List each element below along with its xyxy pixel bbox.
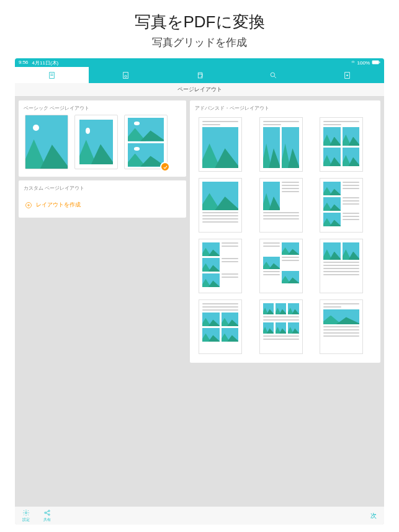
battery-icon [372,60,380,66]
svg-point-18 [48,510,50,512]
marketing-title: 写真をPDFに変換 [0,11,399,33]
adv-layout-5[interactable] [259,178,303,233]
settings-label: 設定 [22,517,30,523]
status-time: 9:56 [19,60,29,66]
wifi-icon [351,60,356,66]
content-area: ベーシック ページレイアウト カスタム ページレイアウト レイアウトを作成 アド… [15,97,384,506]
adv-layout-9[interactable] [320,239,363,293]
custom-layouts-panel: カスタム ページレイアウト レイアウトを作成 [19,180,186,218]
custom-title: カスタム ページレイアウト [19,180,186,195]
status-bar: 9:56 4月11日(木) 100% [15,58,384,67]
adv-layout-1[interactable] [199,117,242,172]
basic-layout-2[interactable] [74,115,118,169]
svg-point-19 [48,513,50,515]
share-button[interactable]: 共有 [43,509,51,523]
svg-point-8 [271,73,275,77]
svg-line-9 [274,76,276,78]
create-layout-label: レイアウトを作成 [36,201,81,209]
settings-button[interactable]: 設定 [22,509,30,523]
basic-title: ベーシック ページレイアウト [19,100,186,115]
tab-copy[interactable] [163,67,236,83]
top-tabs [15,67,384,83]
marketing-subtitle: 写真グリッドを作成 [0,35,399,50]
adv-layout-7[interactable] [199,239,242,293]
advanced-layouts-panel: アドバンスド・ページレイアウト [190,100,380,363]
svg-rect-7 [198,74,202,78]
page-title: ページレイアウト [15,83,384,97]
adv-layout-11[interactable] [259,299,303,354]
adv-layout-8[interactable] [259,239,303,293]
basic-layouts-panel: ベーシック ページレイアウト [19,100,186,177]
basic-layout-3[interactable] [124,115,168,169]
create-layout-button[interactable]: レイアウトを作成 [19,195,186,218]
adv-layout-4[interactable] [199,178,242,233]
adv-layout-2[interactable] [259,117,303,172]
advanced-title: アドバンスド・ページレイアウト [190,100,380,115]
battery-text: 100% [357,60,370,66]
adv-layout-12[interactable] [320,299,363,354]
adv-layout-10[interactable] [199,299,242,354]
status-date: 4月11日(木) [32,60,59,66]
basic-layout-1[interactable] [25,115,68,169]
svg-point-16 [25,512,27,513]
svg-rect-1 [379,61,380,63]
adv-layout-6[interactable] [320,178,363,233]
svg-point-6 [125,75,127,77]
device-frame: 9:56 4月11日(木) 100% ページレイアウト ベーシック ページレイア… [15,58,384,525]
next-button[interactable]: 次 [370,512,377,520]
svg-line-21 [46,513,48,514]
gear-icon [22,509,30,516]
tab-add-doc[interactable] [310,67,384,83]
tab-layout[interactable] [15,67,89,83]
share-icon [43,509,51,516]
tab-search[interactable] [236,67,310,83]
share-label: 共有 [43,517,51,523]
bottom-toolbar: 設定 共有 次 [15,506,384,525]
svg-point-17 [45,512,47,513]
selected-check-icon [160,162,170,172]
plus-circle-icon [25,202,32,209]
svg-line-20 [46,511,48,512]
svg-rect-0 [372,60,379,64]
adv-layout-3[interactable] [320,117,363,172]
tab-settings-doc[interactable] [89,67,163,83]
